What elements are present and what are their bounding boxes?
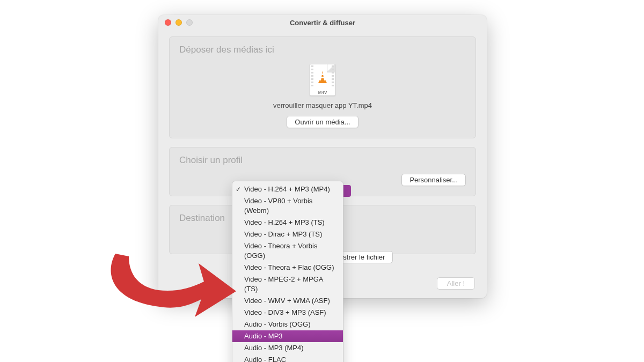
profile-option[interactable]: Video - Theora + Flac (OGG) [232,262,343,274]
svg-rect-0 [321,73,324,75]
choose-profile-title: Choisir un profil [179,155,466,166]
profile-option[interactable]: Video - VP80 + Vorbis (Webm) [232,195,343,217]
profile-option[interactable]: Video - Theora + Vorbis (OGG) [232,240,343,262]
dropzone[interactable]: M4V verrouiller masquer app YT.mp4 Ouvri… [179,61,466,128]
window-title: Convertir & diffuser [158,19,487,27]
profile-option[interactable]: Video - H.264 + MP3 (TS) [232,217,343,228]
vlc-cone-icon [317,71,328,85]
profile-option[interactable]: Audio - FLAC [232,354,343,362]
profile-option[interactable]: Audio - Vorbis (OGG) [232,319,343,330]
svg-rect-1 [321,77,324,78]
profile-option[interactable]: Video - DIV3 + MP3 (ASF) [232,307,343,319]
drop-media-panel: Déposer des médias ici M4V verrouiller m… [169,36,476,138]
annotation-arrow-icon [99,248,239,323]
go-button[interactable]: Aller ! [437,277,475,290]
file-extension-label: M4V [310,90,335,95]
drop-media-title: Déposer des médias ici [179,45,466,55]
profile-option[interactable]: Video - WMV + WMA (ASF) [232,295,343,307]
filename-label: verrouiller masquer app YT.mp4 [179,101,466,109]
profile-option[interactable]: Video - MPEG-2 + MPGA (TS) [232,274,343,295]
profile-option[interactable]: Video - Dirac + MP3 (TS) [232,228,343,240]
profile-dropdown-menu: Video - H.264 + MP3 (MP4)Video - VP80 + … [232,181,343,362]
profile-option[interactable]: Video - H.264 + MP3 (MP4) [232,183,343,195]
open-media-button[interactable]: Ouvrir un média... [287,116,358,128]
profile-option[interactable]: Audio - MP3 (MP4) [232,342,343,354]
profile-option[interactable]: Audio - MP3 [232,330,343,342]
titlebar[interactable]: Convertir & diffuser [158,15,487,30]
file-icon: M4V [310,64,335,96]
customize-profile-button[interactable]: Personnaliser... [401,174,466,186]
